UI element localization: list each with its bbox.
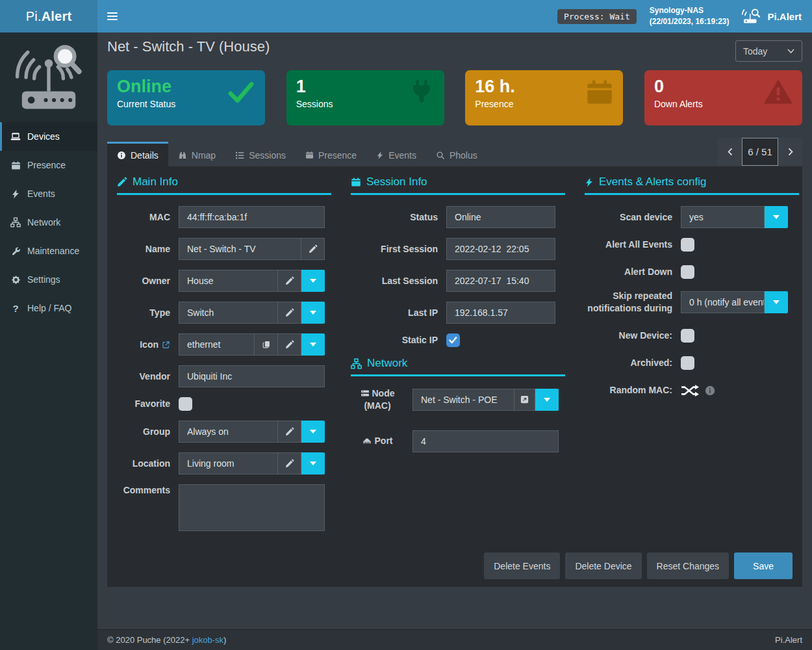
owner-dropdown-button[interactable] [301,270,325,292]
edit-location-button[interactable] [278,452,301,474]
section-title: Session Info [366,176,427,188]
location-input[interactable] [179,452,278,474]
static-ip-checkbox[interactable] [446,333,460,347]
edit-name-button[interactable] [301,238,325,260]
node-dropdown-button[interactable] [535,389,559,411]
hamburger-menu-icon[interactable] [97,0,127,32]
gear-icon [10,275,21,285]
new-device-checkbox[interactable] [681,329,694,343]
field-label: Owner [117,275,179,287]
copy-icon-button[interactable] [255,333,278,356]
delete-device-button[interactable]: Delete Device [565,552,641,579]
chevron-down-icon [787,49,794,53]
tab-events[interactable]: Events [366,142,426,166]
tab-label: Presence [318,150,357,161]
comments-textarea[interactable] [179,484,325,531]
tab-pholus[interactable]: Pholus [426,142,487,166]
tab-nmap[interactable]: Nmap [168,142,225,166]
status-input[interactable] [446,206,555,228]
sidebar-item-devices[interactable]: Devices [0,122,97,151]
open-node-button[interactable] [514,389,535,411]
delete-events-button[interactable]: Delete Events [484,552,560,579]
tab-details[interactable]: Details [107,142,168,166]
caret-down-icon [773,215,780,219]
node-mac-input[interactable] [412,389,514,411]
first-session-input[interactable] [446,238,555,260]
wrench-icon [10,246,21,256]
edit-group-button[interactable] [278,421,301,443]
caret-down-icon [310,311,316,315]
field-label: Static IP [351,334,446,346]
caret-down-icon [544,398,550,402]
favorite-checkbox[interactable] [179,397,192,411]
scan-device-dropdown-button[interactable] [765,206,788,228]
info-icon[interactable] [705,385,715,396]
type-input[interactable] [179,302,278,324]
sidebar-item-network[interactable]: Network [0,208,97,237]
field-label: Group [117,426,179,438]
network-heading: Network [351,357,565,376]
field-alert-down: Alert Down [585,265,799,279]
calendar-icon [10,161,21,170]
card-presence[interactable]: 16 h. Presence [465,70,623,125]
icon-dropdown-button[interactable] [301,333,325,356]
edit-icon-button[interactable] [278,333,301,356]
edit-type-button[interactable] [278,302,301,324]
brand-logo[interactable]: Pi.Alert [0,0,97,32]
question-icon: ? [10,303,21,314]
sidebar-item-help[interactable]: ? Help / FAQ [0,294,97,322]
events-config-heading: Events & Alerts config [585,176,799,195]
mac-input[interactable] [179,206,325,228]
sidebar-item-settings[interactable]: Settings [0,265,97,294]
summary-cards: Online Current Status 1 Sessions 16 h. P… [107,70,802,125]
brand-bold: Alert [42,9,72,24]
details-panel: Main Info MAC Name [107,166,802,587]
skip-notifications-dropdown-button[interactable] [765,291,788,313]
external-link-icon[interactable] [162,341,170,349]
field-label: Node (MAC) [351,387,412,412]
process-status-badge: Process: Wait [557,9,637,24]
sidebar-item-maintenance[interactable]: Maintenance [0,237,97,265]
field-static-ip: Static IP [351,333,565,347]
group-dropdown-button[interactable] [301,421,325,443]
top-navbar: Pi.Alert Process: Wait Synology-NAS (22/… [0,0,812,32]
field-group: Group [117,421,331,443]
group-input[interactable] [179,421,278,443]
type-dropdown-button[interactable] [301,302,325,324]
alert-down-checkbox[interactable] [681,265,694,279]
sidebar-item-presence[interactable]: Presence [0,151,97,179]
section-title: Main Info [133,176,178,188]
card-current-status[interactable]: Online Current Status [107,70,265,125]
owner-input[interactable] [179,270,278,292]
tab-sessions[interactable]: Sessions [225,142,296,166]
skip-notifications-select[interactable]: 0 h (notify all event [681,291,765,313]
search-icon [436,151,445,160]
alert-all-events-checkbox[interactable] [681,238,694,252]
calendar-icon [351,177,361,187]
page-title: Net - Switch - TV (House) [107,38,270,55]
section-title: Network [367,357,407,370]
name-input[interactable] [179,238,301,260]
icon-input[interactable] [179,333,255,356]
pager-prev-button[interactable] [718,138,742,166]
period-select[interactable]: Today [735,40,802,62]
archived-checkbox[interactable] [681,356,694,370]
last-session-input[interactable] [446,270,555,292]
reset-changes-button[interactable]: Reset Changes [647,552,730,579]
scan-device-select[interactable]: yes [681,206,765,228]
section-title: Events & Alerts config [599,176,706,188]
calendar-icon [585,78,614,107]
card-down-alerts[interactable]: 0 Down Alerts [644,70,802,125]
author-link[interactable]: jokob-sk [192,635,223,645]
location-dropdown-button[interactable] [301,452,325,474]
port-input[interactable] [412,430,559,452]
last-ip-input[interactable] [446,302,555,324]
card-sessions[interactable]: 1 Sessions [286,70,444,125]
pager-next-button[interactable] [778,138,802,166]
navbar-brand[interactable]: Pi.Alert [742,8,802,24]
sidebar-item-events[interactable]: Events [0,179,97,208]
save-button[interactable]: Save [734,552,793,579]
edit-owner-button[interactable] [278,270,301,292]
vendor-input[interactable] [179,365,325,387]
tab-presence[interactable]: Presence [296,142,366,166]
